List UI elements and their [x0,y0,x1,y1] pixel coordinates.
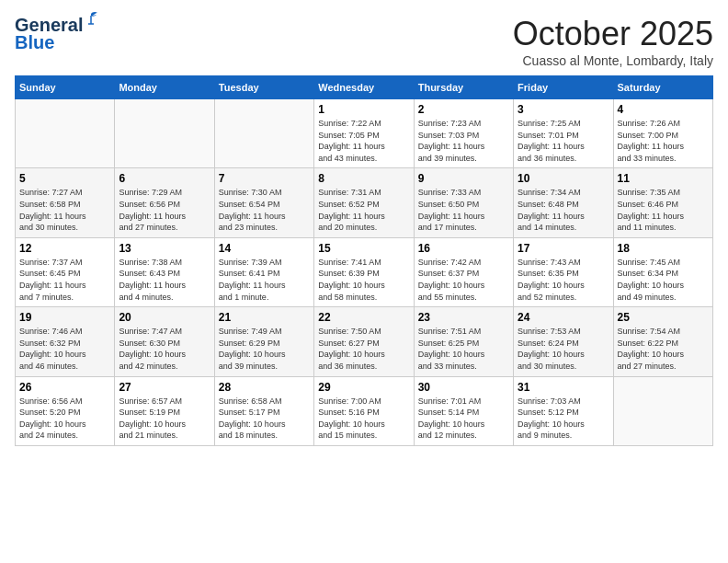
calendar-cell [214,99,313,168]
day-info: Sunrise: 7:50 AM Sunset: 6:27 PM Dayligh… [318,326,409,372]
day-number: 11 [618,172,709,185]
logo-bird-icon [83,11,99,28]
location: Cuasso al Monte, Lombardy, Italy [513,53,713,68]
day-number: 13 [119,242,210,255]
day-info: Sunrise: 7:35 AM Sunset: 6:46 PM Dayligh… [618,187,709,233]
day-number: 29 [318,381,409,394]
calendar-cell: 19Sunrise: 7:46 AM Sunset: 6:32 PM Dayli… [16,307,115,376]
calendar-cell: 1Sunrise: 7:22 AM Sunset: 7:05 PM Daylig… [314,99,414,168]
day-info: Sunrise: 7:53 AM Sunset: 6:24 PM Dayligh… [518,326,609,372]
day-number: 22 [318,311,409,324]
title-area: October 2025 Cuasso al Monte, Lombardy, … [513,15,713,68]
calendar-cell: 31Sunrise: 7:03 AM Sunset: 5:12 PM Dayli… [514,376,613,445]
calendar-week-row: 19Sunrise: 7:46 AM Sunset: 6:32 PM Dayli… [16,307,713,376]
day-number: 2 [418,103,509,116]
weekday-header-sunday: Sunday [16,76,115,99]
logo-general: General [15,15,83,35]
day-info: Sunrise: 7:38 AM Sunset: 6:43 PM Dayligh… [119,257,210,303]
day-number: 31 [518,381,609,394]
calendar-week-row: 26Sunrise: 6:56 AM Sunset: 5:20 PM Dayli… [16,376,713,445]
day-number: 12 [19,242,110,255]
day-number: 19 [19,311,110,324]
day-number: 9 [418,172,509,185]
day-info: Sunrise: 7:31 AM Sunset: 6:52 PM Dayligh… [318,187,409,233]
day-info: Sunrise: 7:25 AM Sunset: 7:01 PM Dayligh… [518,118,609,164]
day-number: 16 [418,242,509,255]
day-number: 10 [518,172,609,185]
calendar-cell: 16Sunrise: 7:42 AM Sunset: 6:37 PM Dayli… [414,237,513,306]
calendar-cell: 26Sunrise: 6:56 AM Sunset: 5:20 PM Dayli… [16,376,115,445]
day-info: Sunrise: 7:34 AM Sunset: 6:48 PM Dayligh… [518,187,609,233]
day-info: Sunrise: 7:45 AM Sunset: 6:34 PM Dayligh… [618,257,709,303]
day-number: 23 [418,311,509,324]
calendar-cell: 2Sunrise: 7:23 AM Sunset: 7:03 PM Daylig… [414,99,513,168]
day-number: 3 [518,103,609,116]
weekday-header-thursday: Thursday [414,76,513,99]
calendar-cell: 18Sunrise: 7:45 AM Sunset: 6:34 PM Dayli… [613,237,712,306]
calendar-cell: 13Sunrise: 7:38 AM Sunset: 6:43 PM Dayli… [115,237,214,306]
calendar-cell: 3Sunrise: 7:25 AM Sunset: 7:01 PM Daylig… [514,99,613,168]
day-info: Sunrise: 7:51 AM Sunset: 6:25 PM Dayligh… [418,326,509,372]
day-info: Sunrise: 7:46 AM Sunset: 6:32 PM Dayligh… [19,326,110,372]
calendar-cell: 14Sunrise: 7:39 AM Sunset: 6:41 PM Dayli… [214,237,313,306]
day-info: Sunrise: 7:39 AM Sunset: 6:41 PM Dayligh… [219,257,310,303]
weekday-header-monday: Monday [115,76,214,99]
day-number: 24 [518,311,609,324]
day-number: 17 [518,242,609,255]
calendar-cell: 17Sunrise: 7:43 AM Sunset: 6:35 PM Dayli… [514,237,613,306]
day-info: Sunrise: 7:33 AM Sunset: 6:50 PM Dayligh… [418,187,509,233]
day-info: Sunrise: 6:58 AM Sunset: 5:17 PM Dayligh… [219,396,310,442]
day-info: Sunrise: 7:42 AM Sunset: 6:37 PM Dayligh… [418,257,509,303]
day-info: Sunrise: 7:37 AM Sunset: 6:45 PM Dayligh… [19,257,110,303]
weekday-header-tuesday: Tuesday [214,76,313,99]
day-number: 6 [119,172,210,185]
calendar-cell: 6Sunrise: 7:29 AM Sunset: 6:56 PM Daylig… [115,168,214,237]
calendar-week-row: 12Sunrise: 7:37 AM Sunset: 6:45 PM Dayli… [16,237,713,306]
calendar-cell: 21Sunrise: 7:49 AM Sunset: 6:29 PM Dayli… [214,307,313,376]
day-number: 28 [219,381,310,394]
day-info: Sunrise: 7:41 AM Sunset: 6:39 PM Dayligh… [318,257,409,303]
day-info: Sunrise: 7:47 AM Sunset: 6:30 PM Dayligh… [119,326,210,372]
calendar-week-row: 1Sunrise: 7:22 AM Sunset: 7:05 PM Daylig… [16,99,713,168]
calendar-cell: 25Sunrise: 7:54 AM Sunset: 6:22 PM Dayli… [613,307,712,376]
calendar-cell [16,99,115,168]
calendar-cell: 24Sunrise: 7:53 AM Sunset: 6:24 PM Dayli… [514,307,613,376]
day-number: 15 [318,242,409,255]
day-info: Sunrise: 7:01 AM Sunset: 5:14 PM Dayligh… [418,396,509,442]
day-info: Sunrise: 7:54 AM Sunset: 6:22 PM Dayligh… [618,326,709,372]
day-number: 21 [219,311,310,324]
calendar-cell: 15Sunrise: 7:41 AM Sunset: 6:39 PM Dayli… [314,237,414,306]
calendar-cell: 10Sunrise: 7:34 AM Sunset: 6:48 PM Dayli… [514,168,613,237]
calendar-cell: 11Sunrise: 7:35 AM Sunset: 6:46 PM Dayli… [613,168,712,237]
calendar-cell: 7Sunrise: 7:30 AM Sunset: 6:54 PM Daylig… [214,168,313,237]
day-info: Sunrise: 7:49 AM Sunset: 6:29 PM Dayligh… [219,326,310,372]
day-number: 27 [119,381,210,394]
day-number: 1 [318,103,409,116]
day-number: 14 [219,242,310,255]
day-info: Sunrise: 7:23 AM Sunset: 7:03 PM Dayligh… [418,118,509,164]
calendar-cell: 28Sunrise: 6:58 AM Sunset: 5:17 PM Dayli… [214,376,313,445]
day-info: Sunrise: 6:56 AM Sunset: 5:20 PM Dayligh… [19,396,110,442]
day-number: 18 [618,242,709,255]
calendar-cell: 5Sunrise: 7:27 AM Sunset: 6:58 PM Daylig… [16,168,115,237]
calendar-cell: 9Sunrise: 7:33 AM Sunset: 6:50 PM Daylig… [414,168,513,237]
calendar-cell: 20Sunrise: 7:47 AM Sunset: 6:30 PM Dayli… [115,307,214,376]
day-info: Sunrise: 7:30 AM Sunset: 6:54 PM Dayligh… [219,187,310,233]
weekday-header-friday: Friday [514,76,613,99]
day-number: 20 [119,311,210,324]
day-info: Sunrise: 7:00 AM Sunset: 5:16 PM Dayligh… [318,396,409,442]
calendar-header-row: SundayMondayTuesdayWednesdayThursdayFrid… [16,76,713,99]
day-number: 5 [19,172,110,185]
day-info: Sunrise: 6:57 AM Sunset: 5:19 PM Dayligh… [119,396,210,442]
calendar-cell [613,376,712,445]
day-info: Sunrise: 7:22 AM Sunset: 7:05 PM Dayligh… [318,118,409,164]
day-info: Sunrise: 7:43 AM Sunset: 6:35 PM Dayligh… [518,257,609,303]
calendar-cell: 4Sunrise: 7:26 AM Sunset: 7:00 PM Daylig… [613,99,712,168]
weekday-header-saturday: Saturday [613,76,712,99]
day-number: 25 [618,311,709,324]
calendar-cell: 8Sunrise: 7:31 AM Sunset: 6:52 PM Daylig… [314,168,414,237]
day-info: Sunrise: 7:29 AM Sunset: 6:56 PM Dayligh… [119,187,210,233]
calendar-cell: 27Sunrise: 6:57 AM Sunset: 5:19 PM Dayli… [115,376,214,445]
day-info: Sunrise: 7:03 AM Sunset: 5:12 PM Dayligh… [518,396,609,442]
logo: General Blue [15,15,83,53]
